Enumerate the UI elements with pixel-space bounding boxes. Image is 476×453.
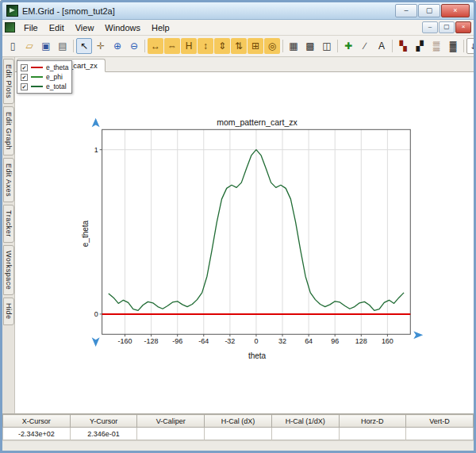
add-cursor-button[interactable]: ✚ — [340, 38, 356, 54]
app-icon — [6, 5, 18, 17]
sidebar-tab-edit-plots[interactable]: Edit Plots — [3, 59, 14, 104]
caliper-values-row: -2.343e+02 2.346e-01 — [3, 428, 474, 440]
status-bar — [2, 440, 474, 451]
tick-label-x: -32 — [225, 337, 235, 345]
grid-toggle-button[interactable]: ▦ — [286, 38, 301, 54]
zoom-in-button[interactable]: ⊕ — [109, 38, 125, 54]
caliper-header-h-cal-1dx: H-Cal (1/dX) — [271, 415, 339, 428]
autoscale-y-button[interactable]: ↕ — [198, 38, 213, 54]
window-title: EM.Grid - [smom_tut2a] — [22, 6, 391, 16]
toolbar-separator — [392, 40, 393, 52]
legend-label: e_total — [46, 83, 67, 90]
expand-x-button[interactable]: ⇔ — [164, 38, 180, 54]
frame-spinner-button[interactable]: ⇵ — [466, 38, 474, 54]
zoom-window-button[interactable]: ◎ — [264, 38, 280, 54]
tick-label-y: 0 — [94, 310, 98, 318]
legend-label: e_theta — [46, 63, 68, 71]
slope-tool-button[interactable]: ∕ — [357, 38, 373, 54]
axis-handle-bottom-left[interactable] — [92, 337, 100, 347]
new-file-button[interactable]: ▯ — [5, 38, 21, 54]
fix-horizontal-button[interactable]: H — [181, 38, 197, 54]
surface-map-button[interactable]: ▚ — [395, 38, 411, 54]
legend-checkbox-e-phi[interactable]: ✔ — [21, 74, 28, 81]
axis-handle-bottom-right[interactable] — [413, 331, 423, 339]
open-file-button[interactable]: ▱ — [21, 38, 37, 54]
horz-d-value — [339, 428, 406, 440]
autoscale-x-button[interactable]: ↔ — [148, 38, 163, 54]
close-button[interactable]: × — [441, 4, 470, 17]
select-pointer-button[interactable]: ↖ — [76, 38, 92, 54]
contour-map-button[interactable]: ▞ — [412, 38, 428, 54]
toolbar-separator — [144, 40, 145, 52]
zoom-out-button[interactable]: ⊖ — [126, 38, 142, 54]
axis-handle-top-left[interactable] — [92, 118, 100, 128]
toolbar: ▯ ▱ ▣ ▤ ↖ ✛ ⊕ ⊖ ↔ ⇔ H ↕ ⇕ ⇅ ⊞ ◎ ▦ ▩ ◫ ✚ … — [2, 36, 474, 57]
vector-map-button[interactable]: ▓ — [445, 38, 461, 54]
menu-view[interactable]: View — [70, 21, 100, 34]
document-icon — [5, 22, 15, 33]
frame-toggle-button[interactable]: ◫ — [319, 38, 335, 54]
window-controls: – ▢ × — [395, 4, 470, 17]
h-cal-dx-value — [205, 428, 272, 440]
caliper-header-y-cursor: Y-Cursor — [70, 415, 137, 428]
toolbar-separator — [282, 40, 283, 52]
tick-label-x: 32 — [278, 337, 286, 345]
legend-row: ✔ e_total — [21, 82, 68, 91]
x-cursor-value: -2.343e+02 — [3, 428, 71, 440]
y-axis-label: e_theta — [81, 202, 90, 266]
tick-label-x: 160 — [382, 337, 393, 345]
legend-checkbox-e-theta[interactable]: ✔ — [21, 64, 28, 71]
pan-tool-button[interactable]: ✛ — [93, 38, 109, 54]
mdi-minimize-button[interactable]: – — [422, 21, 438, 33]
legend-row: ✔ e_theta — [21, 63, 68, 72]
menu-edit[interactable]: Edit — [44, 21, 70, 34]
document-tab-strip: mom_pattern_cart_zx — [15, 57, 474, 72]
legend-label: e_phi — [46, 73, 63, 81]
tick-label-y: 1 — [94, 146, 98, 154]
mdi-close-button[interactable]: × — [455, 21, 471, 33]
tick-label-x: 128 — [355, 337, 367, 345]
tick-label-x: 64 — [305, 337, 313, 345]
h-cal-1dx-value — [271, 428, 339, 440]
toolbar-separator — [463, 40, 464, 52]
sidebar-tab-hide[interactable]: Hide — [3, 298, 14, 325]
expand-y-button[interactable]: ⇕ — [214, 38, 230, 54]
menu-bar: File Edit View Windows Help – ▢ × — [2, 20, 474, 36]
save-button[interactable]: ▣ — [38, 38, 54, 54]
menu-windows[interactable]: Windows — [99, 21, 146, 34]
side-tab-strip: Edit Plots Edit Graph Edit Axes Tracker … — [2, 57, 15, 413]
maximize-button[interactable]: ▢ — [418, 4, 440, 17]
mdi-restore-button[interactable]: ▢ — [439, 21, 455, 33]
caliper-header-h-cal-dx: H-Cal (dX) — [205, 415, 272, 428]
density-map-button[interactable]: ▒ — [428, 38, 444, 54]
minimize-button[interactable]: – — [395, 4, 417, 17]
plot-legend[interactable]: ✔ e_theta ✔ e_phi ✔ e_total — [17, 60, 72, 94]
chart-area: -160-128-96-64-32032649612816001 mom_pat… — [15, 71, 474, 413]
tick-label-x: -128 — [144, 337, 159, 345]
tick-label-x: 96 — [331, 337, 339, 345]
tick-label-x: -96 — [172, 337, 182, 345]
legend-checkbox-e-total[interactable]: ✔ — [21, 83, 28, 90]
print-button[interactable]: ▤ — [55, 38, 71, 54]
fix-vertical-button[interactable]: ⇅ — [231, 38, 247, 54]
autoscale-xy-button[interactable]: ⊞ — [248, 38, 263, 54]
menu-file[interactable]: File — [18, 21, 44, 34]
chart-title: mom_pattern_cart_zx — [102, 117, 412, 127]
titlebar[interactable]: EM.Grid - [smom_tut2a] – ▢ × — [2, 2, 474, 20]
caliper-readout: X-Cursor Y-Cursor V-Caliper H-Cal (dX) H… — [2, 413, 474, 440]
sidebar-tab-edit-axes[interactable]: Edit Axes — [3, 158, 14, 202]
tick-label-x: 0 — [254, 337, 258, 345]
legend-row: ✔ e_phi — [21, 72, 68, 82]
content-area: Edit Plots Edit Graph Edit Axes Tracker … — [2, 57, 474, 413]
text-label-button[interactable]: A — [374, 38, 390, 54]
sidebar-tab-edit-graph[interactable]: Edit Graph — [3, 106, 14, 155]
fine-grid-toggle-button[interactable]: ▩ — [302, 38, 318, 54]
sidebar-tab-tracker[interactable]: Tracker — [3, 205, 14, 243]
v-caliper-value — [137, 428, 205, 440]
sidebar-tab-workspace[interactable]: Workspace — [3, 245, 14, 295]
toolbar-separator — [73, 40, 74, 52]
caliper-header-horz-d: Horz-D — [339, 415, 406, 428]
tick-label-x: -64 — [198, 337, 209, 345]
menu-help[interactable]: Help — [146, 21, 175, 34]
y-cursor-value: 2.346e-01 — [70, 428, 137, 440]
